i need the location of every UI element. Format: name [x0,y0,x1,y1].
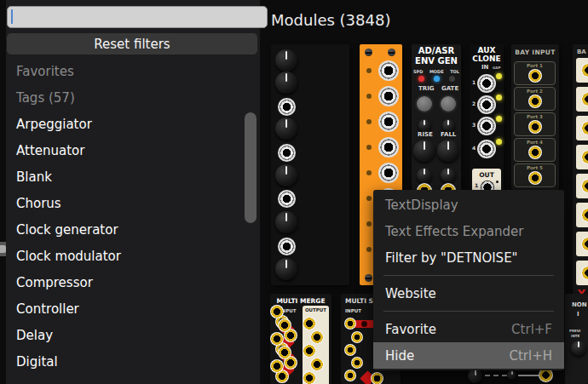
module-preview-bay-input[interactable]: BAY INPUT Port 1Port 2Port 3Port 4Port 5 [511,44,559,190]
sidebar-item-blank[interactable]: Blank [6,164,260,191]
jack-port [344,344,356,356]
jack-port [581,63,588,77]
port-label: Port 4 [515,140,555,145]
led [366,119,372,124]
led [366,170,372,175]
sidebar-item-attenuator[interactable]: Attenuator [6,138,260,164]
led [434,76,440,82]
background-module-fragment [0,242,6,256]
jack-port [278,144,296,162]
port-box [576,145,588,169]
context-menu-item-filter-by-detnoise[interactable]: Filter by "DETNOISE" [373,244,564,271]
led [449,76,455,82]
port-box: Port 2 [514,87,556,111]
filter-sidebar: Reset filters FavoritesTags (57)Arpeggia… [6,0,260,384]
port-box [576,203,588,227]
module-title: AUX [470,46,504,54]
sidebar-scrollbar-thumb[interactable] [245,112,257,223]
menu-item-label: Website [385,286,436,301]
led [496,73,502,79]
sidebar-item-clock-generator[interactable]: Clock generator [6,217,260,244]
output-label: OUTPUT [303,307,329,312]
sidebar-item-arpeggiator[interactable]: Arpeggiator [6,112,260,138]
menu-item-label: Favorite [385,322,436,337]
in-label: IN [481,64,488,71]
sidebar-item-chorus[interactable]: Chorus [6,191,260,217]
jack-port [303,344,316,358]
jack-port [378,137,399,158]
sidebar-item-tags-57[interactable]: Tags (57) [6,85,260,112]
module-title: AD/ASR [412,46,461,55]
led [366,94,372,99]
jack-port [303,317,316,330]
port-box [576,174,588,198]
sidebar-item-controller[interactable]: Controller [6,296,260,323]
port-box: Port 5 [514,163,556,187]
led [418,76,424,82]
jack-port [528,171,542,185]
led [496,139,502,145]
sidebar-item-delay[interactable]: Delay [6,323,260,349]
reset-filters-button[interactable]: Reset filters [7,33,257,54]
jack-port [351,331,363,343]
rise-knob [413,140,435,162]
port-box: Port 1 [514,61,556,85]
port-label: Port 5 [515,165,555,170]
jack-port [270,305,284,318]
module-preview-knob-panel[interactable] [271,44,349,285]
port-label: Port 3 [515,114,555,119]
led-label-tol: TOL [450,69,459,74]
module-title: MULTI MERGE [270,297,331,305]
screw-icon [365,49,372,56]
menu-item-shortcut: Ctrl+H [509,348,552,364]
led [366,68,372,73]
sidebar-item-digital[interactable]: Digital [6,349,260,375]
module-preview-edge-bottom[interactable]: NON I PREVI INTE [565,294,588,384]
port-box [576,87,588,112]
screw-icon [388,49,395,56]
fall-knob [437,140,459,162]
module-title: ENV GEN [412,56,461,66]
led-label-mode: MODE [429,69,444,74]
knob [275,164,297,186]
sidebar-item-compressor[interactable]: Compressor [6,270,260,296]
port-box: Port 4 [514,138,556,162]
jack-port [378,112,399,132]
module-title: I [577,311,579,318]
sidebar-item-clock-modulator[interactable]: Clock modulator [6,244,260,270]
led [496,95,502,100]
tag-list: FavoritesTags (57)ArpeggiatorAttenuatorB… [6,59,260,375]
port-box [576,261,588,285]
menu-item-label: Filter by "DETNOISE" [385,250,518,266]
trig-button [417,96,432,112]
trig-label: TRIG [418,85,435,92]
menu-item-label: TextDisplay [385,198,458,213]
knob [417,168,432,183]
jack-port [477,74,496,93]
sidebar-item-favorites[interactable]: Favorites [6,59,260,85]
module-title: MULTI S [345,297,373,305]
port-box [576,116,588,140]
context-menu-item-website[interactable]: Website [373,280,564,307]
jack-port [278,98,296,116]
context-menu-item-hide[interactable]: Hide Ctrl+H [373,342,564,369]
knob [468,369,482,383]
port-box [576,58,588,83]
small-label: PREVI [569,329,580,333]
rise-label: RISE [418,131,433,138]
out-number: 1 [475,182,478,188]
jack-port [378,163,399,183]
led [366,145,372,150]
context-menu-item-favorite[interactable]: Favorite Ctrl+F [373,316,564,342]
knob [275,117,297,140]
jack-port [303,371,316,384]
jack-port [270,332,284,346]
module-preview-multi-merge[interactable]: MULTI MERGE INPUT OUTPUT [270,294,331,384]
module-preview-bay-edge[interactable]: BA Y [573,44,588,295]
jack-port [581,208,588,222]
dashed-link [485,375,507,376]
jack-port [270,359,284,373]
jack-port [477,140,496,158]
search-input[interactable] [7,6,268,28]
port-label: Port 1 [515,63,555,68]
